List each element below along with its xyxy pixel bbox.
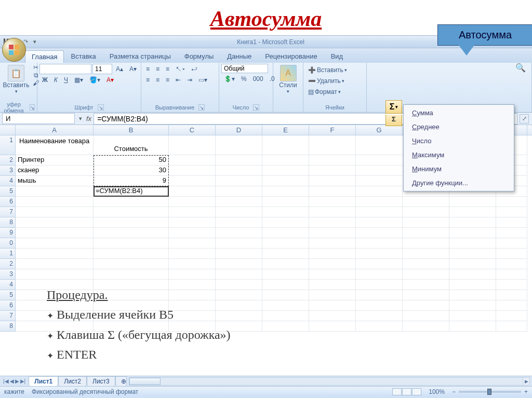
cell-E11[interactable] [262,249,309,259]
cell-12[interactable] [403,259,449,269]
cell-E8[interactable] [262,217,309,228]
zoom-track[interactable] [459,391,521,393]
cell-10[interactable] [403,238,449,249]
font-launcher[interactable]: ↘ [98,104,104,111]
cell-G17[interactable] [356,311,403,321]
align-top-icon[interactable]: ≡ [143,64,152,74]
cell-C10[interactable] [169,238,216,249]
autosum-button[interactable]: Σ ▾ [385,100,402,114]
cell-A4[interactable]: мышь [16,176,94,186]
cell-G3[interactable] [356,166,403,176]
cell-G5[interactable] [356,186,403,197]
row-header-13[interactable]: 3 [0,269,16,280]
grow-font-icon[interactable]: A▴ [113,64,126,74]
view-layout-icon[interactable] [402,388,411,395]
cell-F7[interactable] [309,207,356,217]
cell-J18[interactable] [496,321,527,332]
cell-B2[interactable]: 50 [94,155,169,166]
cell-17[interactable] [449,311,496,321]
cell-F18[interactable] [309,321,356,332]
row-header-9[interactable]: 9 [0,228,16,238]
cell-E3[interactable] [262,166,309,176]
cell-A8[interactable] [16,217,94,228]
cell-C11[interactable] [169,249,216,259]
cell-C13[interactable] [169,269,216,280]
cell-B8[interactable] [94,217,169,228]
cell-E4[interactable] [262,176,309,186]
cell-B9[interactable] [94,228,169,238]
cell-11[interactable] [449,249,496,259]
tab-review[interactable]: Рецензирование [258,50,324,63]
cell-D8[interactable] [216,217,262,228]
row-header-7[interactable]: 7 [0,207,16,217]
cell-E17[interactable] [262,311,309,321]
fx-icon[interactable]: fx [84,115,94,122]
cell-A13[interactable] [16,269,94,280]
cell-14[interactable] [449,280,496,290]
cell-G6[interactable] [356,197,403,207]
fill-color-icon[interactable]: 🪣▾ [87,75,103,85]
italic-button[interactable]: К [51,75,60,85]
row-header-17[interactable]: 7 [0,311,16,321]
cell-F4[interactable] [309,176,356,186]
sheet-nav-last[interactable]: ▶| [20,378,26,384]
zoom-out-icon[interactable]: − [452,388,456,395]
row-header-11[interactable]: 1 [0,249,16,259]
cell-D6[interactable] [216,197,262,207]
cell-B11[interactable] [94,249,169,259]
cell-C6[interactable] [169,197,216,207]
cell-G4[interactable] [356,176,403,186]
percent-icon[interactable]: % [238,74,249,84]
cell-F17[interactable] [309,311,356,321]
underline-button[interactable]: Ч [61,75,71,85]
cell-J11[interactable] [496,249,527,259]
font-size-input[interactable] [92,64,112,74]
cell-8[interactable] [449,217,496,228]
cell-G2[interactable] [356,155,403,166]
cell-E9[interactable] [262,228,309,238]
align-left-icon[interactable]: ≡ [143,75,152,85]
row-header-5[interactable]: 5 [0,186,16,197]
name-box[interactable] [2,113,75,124]
cell-A12[interactable] [16,259,94,269]
cell-C1[interactable] [169,135,216,155]
select-all-corner[interactable] [0,125,16,135]
row-header-6[interactable]: 6 [0,197,16,207]
currency-icon[interactable]: 💲▾ [221,74,237,84]
cell-F3[interactable] [309,166,356,176]
cell-D2[interactable] [216,155,262,166]
hscroll-right-icon[interactable]: ▶ [523,377,530,386]
cell-E6[interactable] [262,197,309,207]
cell-F9[interactable] [309,228,356,238]
cell-E12[interactable] [262,259,309,269]
hscroll-thumb[interactable] [129,378,161,385]
cell-J17[interactable] [496,311,527,321]
autosum-sum[interactable]: Сумма [405,106,513,120]
border-icon[interactable]: ▦▾ [72,75,86,85]
cell-G12[interactable] [356,259,403,269]
col-header-D[interactable]: D [216,125,262,135]
view-break-icon[interactable] [412,388,421,395]
align-mid-icon[interactable]: ≡ [153,64,162,74]
cell-F14[interactable] [309,280,356,290]
col-header-G[interactable]: G [356,125,403,135]
row-header-15[interactable]: 5 [0,290,16,300]
cell-16[interactable] [449,300,496,311]
col-header-B[interactable]: B [94,125,169,135]
cell-J14[interactable] [496,280,527,290]
cell-12[interactable] [449,259,496,269]
cell-13[interactable] [403,269,449,280]
cell-F13[interactable] [309,269,356,280]
zoom-thumb[interactable] [487,389,491,395]
cell-F2[interactable] [309,155,356,166]
cell-A9[interactable] [16,228,94,238]
tab-home[interactable]: Главная [25,50,64,63]
sheet-tab-new[interactable]: ⊕ [115,376,127,386]
indent-dec-icon[interactable]: ⇤ [173,75,183,85]
cell-F6[interactable] [309,197,356,207]
cell-J13[interactable] [496,269,527,280]
cell-C4[interactable] [169,176,216,186]
cell-A6[interactable] [16,197,94,207]
cell-G10[interactable] [356,238,403,249]
sheet-tab-3[interactable]: Лист3 [87,376,115,386]
